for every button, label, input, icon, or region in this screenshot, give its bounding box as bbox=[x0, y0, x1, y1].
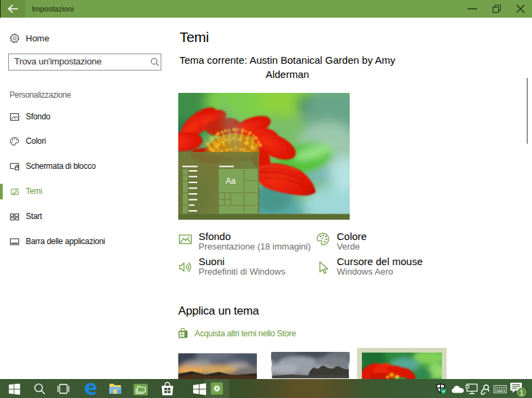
svg-text:Aa: Aa bbox=[226, 176, 236, 186]
svg-text:1: 1 bbox=[519, 389, 523, 397]
